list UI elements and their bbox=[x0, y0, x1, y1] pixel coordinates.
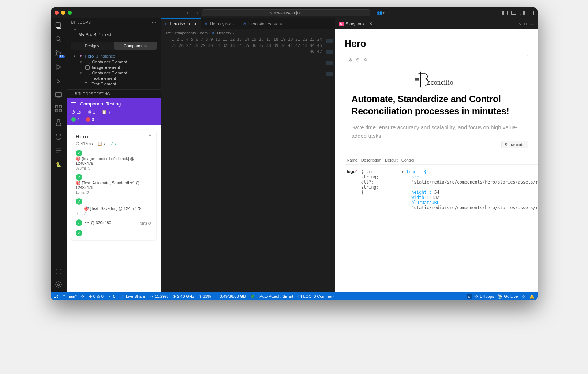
sidebar-title: BITLOOPS bbox=[71, 21, 91, 25]
nav-buttons: ← → bbox=[186, 10, 199, 15]
tree-text-element-1[interactable]: Text Element bbox=[74, 75, 161, 81]
layout-controls bbox=[502, 11, 534, 15]
minimize-window-icon[interactable] bbox=[61, 11, 65, 15]
svg-text:econcilio: econcilio bbox=[427, 78, 453, 86]
show-code-button[interactable]: Show code bbox=[501, 141, 527, 148]
bitloops-ext-icon[interactable]: S bbox=[55, 77, 63, 85]
accounts-icon[interactable]: 👥▾ bbox=[377, 10, 385, 15]
hero-subhead: Save time, ensure accuracy and scalabili… bbox=[352, 123, 521, 140]
tree-image-element[interactable]: Image Element bbox=[74, 64, 161, 70]
tree-container-2[interactable]: ▾Container Element bbox=[74, 70, 161, 75]
layout-right-icon[interactable] bbox=[520, 11, 525, 15]
settings-icon[interactable] bbox=[55, 281, 63, 289]
test-label: 🎯 [Image: reconciliofullblack] @ 1248x47… bbox=[76, 156, 152, 166]
test-label: 🎯 [Text: Save tim] @ 1248x479 bbox=[84, 206, 142, 211]
bookmark-icon[interactable] bbox=[55, 147, 63, 155]
close-window-icon[interactable] bbox=[55, 11, 59, 15]
col-ctrl: Control bbox=[400, 156, 538, 165]
test-result-card[interactable]: Hero⌃ ⏱ 417ms 📋 7 ✓ 7 ✓ 🎯 [Image: reconc… bbox=[71, 130, 156, 240]
editor-tab-hero-cy[interactable]: ⚛Hero.cy.tsx U bbox=[201, 18, 239, 29]
run-icon[interactable]: ▷ bbox=[518, 22, 521, 26]
nav-forward-icon[interactable]: → bbox=[194, 10, 199, 15]
storybook-tab[interactable]: S Storybook ✕ bbox=[335, 18, 377, 29]
zoom-out-icon[interactable]: ⊖ bbox=[356, 57, 360, 62]
test-item-4[interactable]: ✓ ▪▪▪ @ 320x480 9ms ⏱ bbox=[76, 219, 152, 226]
cpu-load[interactable]: ↯ 31% bbox=[198, 294, 211, 299]
tree-container-1[interactable]: ▾Container Element bbox=[74, 59, 161, 64]
loc-counter[interactable]: 44 LOC, 0 Comment bbox=[297, 294, 334, 299]
split-icon[interactable]: ⧉ bbox=[524, 22, 527, 26]
pass-icon: ✓ bbox=[76, 150, 82, 156]
cypress-menu-icon[interactable] bbox=[71, 102, 76, 106]
layout-customize-icon[interactable] bbox=[529, 11, 534, 15]
live-share[interactable]: 👤 Live Share bbox=[120, 294, 145, 299]
errors-warnings[interactable]: ⊘ 0 ⚠ 0 bbox=[89, 294, 104, 299]
arg-name: logo bbox=[347, 169, 356, 174]
args-row-logo[interactable]: logo* { src: string; alt?: string; } - ▾… bbox=[345, 166, 538, 214]
test-label: ▪▪▪ @ 320x480 bbox=[85, 221, 111, 225]
window-controls bbox=[55, 11, 72, 15]
test-time: 373ms bbox=[76, 166, 87, 170]
test-item-1[interactable]: ✓ 🎯 [Image: reconciliofullblack] @ 1248x… bbox=[76, 150, 152, 170]
storybook-icon: S bbox=[339, 22, 344, 26]
tab-components[interactable]: Components bbox=[114, 42, 157, 50]
test-item-3[interactable]: ✓ 🎯 [Text: Save tim] @ 1248x479 9ms ⏱ bbox=[76, 198, 152, 216]
search-icon: ⌕ bbox=[270, 11, 272, 15]
layout-left-icon[interactable] bbox=[502, 11, 508, 15]
collapse-icon[interactable]: ⌃ bbox=[148, 134, 152, 139]
bitloops-status[interactable]: ⟳ Bitloops bbox=[475, 294, 494, 299]
auto-attach[interactable]: Auto Attach: Smart bbox=[260, 294, 293, 299]
notifications-icon[interactable]: 🔔 bbox=[529, 294, 535, 299]
test-item-5[interactable]: ✓ bbox=[76, 230, 152, 236]
feedback-icon[interactable]: ☺ bbox=[521, 294, 525, 299]
git-branch[interactable]: ᛘ main* bbox=[63, 294, 77, 299]
react-icon: ⚛ bbox=[205, 22, 208, 26]
editor-body[interactable]: 1 2 3 4 5 6 7 8 9 10 11 12 13 14 15 16 1… bbox=[161, 37, 335, 292]
tree-text-element-2[interactable]: Text Element bbox=[74, 81, 161, 86]
svg-rect-8 bbox=[59, 110, 61, 112]
status-search-icon[interactable]: ⌕ bbox=[467, 294, 472, 299]
zoom-in-icon[interactable]: ⊕ bbox=[349, 57, 352, 62]
testing-icon[interactable] bbox=[55, 119, 63, 127]
close-icon[interactable]: ✕ bbox=[367, 21, 372, 26]
git-sync[interactable]: ⟳ bbox=[81, 294, 85, 299]
preview-tabs: S Storybook ✕ ▷ ⧉ ··· bbox=[335, 18, 538, 29]
layout-bottom-icon[interactable] bbox=[511, 11, 516, 15]
testing-section-header[interactable]: ⌄BITLOOPS TESTING bbox=[67, 89, 161, 98]
run-debug-icon[interactable] bbox=[55, 63, 63, 71]
python-icon[interactable]: 🐍 bbox=[55, 160, 63, 169]
project-collapse-icon[interactable]: ⌄ bbox=[67, 27, 161, 31]
cpu-freq[interactable]: ⊙ 2.40 GHz bbox=[173, 294, 194, 299]
source-control-icon[interactable]: 22 bbox=[55, 49, 63, 57]
extensions-icon[interactable] bbox=[55, 105, 63, 113]
editor-tab-hero[interactable]: ⚛Hero.tsx U● bbox=[161, 18, 201, 29]
sidebar: BITLOOPS ··· ⌄ My SaaS Project Designs C… bbox=[67, 18, 161, 292]
explorer-icon[interactable] bbox=[55, 21, 63, 29]
editor-tab-hero-stories[interactable]: ⚛Hero.stories.tsx U bbox=[239, 18, 286, 29]
cpu-pct[interactable]: 〰 11.29% bbox=[150, 294, 168, 299]
debug-icon[interactable]: 🪲 bbox=[250, 294, 255, 299]
svg-point-4 bbox=[60, 52, 61, 54]
remote-icon[interactable] bbox=[55, 91, 63, 99]
test-item-2[interactable]: ✓ 🎯 [Text: Automate, Standardize] @ 1248… bbox=[76, 174, 152, 195]
editor-group: ⚛Hero.tsx U● ⚛Hero.cy.tsx U ⚛Hero.storie… bbox=[161, 18, 335, 292]
search-icon[interactable] bbox=[55, 35, 63, 43]
reload-icon[interactable] bbox=[55, 133, 63, 141]
arg-control[interactable]: ▾ logo : { src : "static/media/src/compo… bbox=[400, 166, 538, 214]
more-icon[interactable]: ··· bbox=[531, 22, 534, 26]
account-icon[interactable] bbox=[55, 267, 63, 275]
remote-indicator[interactable]: ⎇ bbox=[54, 294, 59, 299]
ports[interactable]: ᯤ 0 bbox=[108, 294, 115, 299]
memory[interactable]: ··· 3.49/36.00 GB bbox=[215, 294, 246, 299]
tab-designs[interactable]: Designs bbox=[71, 42, 114, 50]
svg-point-10 bbox=[57, 284, 60, 286]
minimap[interactable] bbox=[325, 37, 335, 292]
sidebar-more-icon[interactable]: ··· bbox=[152, 21, 156, 25]
go-live[interactable]: 📡 Go Live bbox=[498, 294, 518, 299]
nav-back-icon[interactable]: ← bbox=[186, 10, 191, 15]
maximize-window-icon[interactable] bbox=[68, 11, 72, 15]
tree-hero[interactable]: ▾✦Hero 1 instance bbox=[74, 53, 161, 59]
command-search[interactable]: ⌕ my-saas-project bbox=[202, 9, 370, 16]
breadcrumb[interactable]: src› components› hero› ⚛ Hero.tsx› ... bbox=[161, 29, 335, 37]
zoom-reset-icon[interactable]: ⟲ bbox=[363, 57, 367, 62]
